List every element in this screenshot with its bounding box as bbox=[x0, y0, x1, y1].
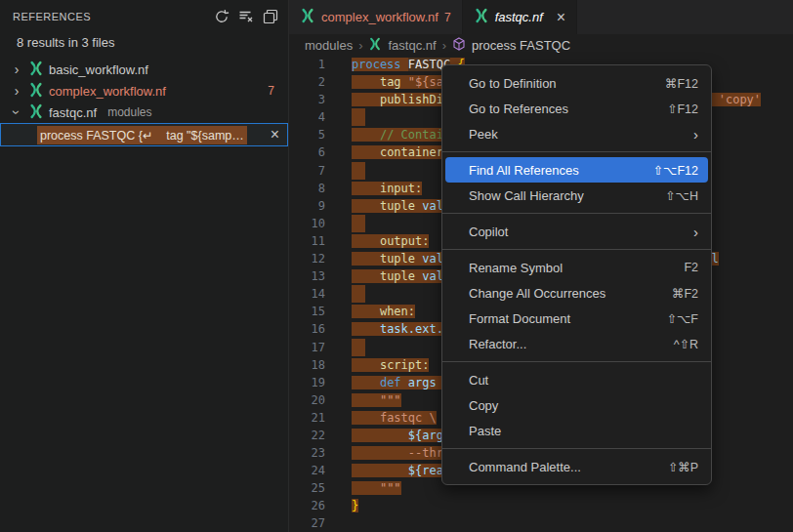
menu-separator bbox=[442, 448, 711, 449]
reference-result-row[interactable]: process FASTQC {↵ tag "${samp…× bbox=[0, 123, 288, 146]
line-number: 21 bbox=[289, 409, 352, 427]
code-token bbox=[352, 358, 380, 372]
code-token: val bbox=[422, 252, 443, 266]
code-token: args bbox=[408, 376, 437, 389]
code-token bbox=[352, 481, 380, 495]
chevron-right-icon[interactable]: › bbox=[10, 62, 23, 76]
reference-highlight bbox=[352, 215, 365, 232]
chevron-right-icon[interactable]: › bbox=[10, 84, 23, 98]
line-number: 4 bbox=[289, 108, 352, 126]
menu-item-label: Find All References bbox=[469, 163, 653, 178]
code-token bbox=[401, 58, 408, 71]
line-number: 12 bbox=[289, 250, 352, 267]
line-content: """ bbox=[352, 391, 401, 409]
menu-item-go-to-definition[interactable]: Go to Definition⌘F12 bbox=[442, 70, 711, 96]
menu-item-shortcut: ⌘F12 bbox=[665, 76, 698, 91]
code-token: when: bbox=[380, 305, 415, 318]
menu-item-label: Change All Occurrences bbox=[469, 286, 672, 301]
code-token: tag bbox=[380, 75, 401, 89]
line-number: 20 bbox=[289, 391, 352, 409]
breadcrumb-item-symbol[interactable]: process FASTQC bbox=[472, 38, 570, 53]
code-token bbox=[352, 269, 380, 283]
reference-highlight: """ bbox=[352, 393, 401, 407]
code-token: val bbox=[422, 199, 443, 213]
breadcrumb-item-file[interactable]: fastqc.nf bbox=[388, 38, 436, 53]
chevron-down-icon[interactable]: › bbox=[10, 105, 23, 119]
code-token bbox=[352, 429, 408, 442]
line-number: 26 bbox=[289, 497, 352, 514]
menu-item-peek[interactable]: Peek› bbox=[442, 121, 711, 146]
menu-item-copilot[interactable]: Copilot› bbox=[442, 219, 711, 244]
refresh-icon[interactable] bbox=[214, 9, 230, 24]
code-token: } bbox=[352, 499, 358, 512]
tree-file-row[interactable]: ›complex_workflow.nf7 bbox=[0, 80, 288, 102]
reference-highlight bbox=[352, 108, 365, 126]
code-token: """ bbox=[380, 481, 401, 495]
tree-file-row[interactable]: ›basic_workflow.nf bbox=[0, 59, 288, 80]
tab-fastqc[interactable]: fastqc.nf × bbox=[463, 0, 577, 34]
line-content bbox=[352, 215, 365, 232]
menu-item-cut[interactable]: Cut bbox=[442, 367, 711, 392]
reference-highlight bbox=[352, 162, 365, 180]
menu-item-shortcut: ⇧⌥F12 bbox=[653, 163, 698, 178]
menu-separator bbox=[442, 151, 711, 152]
line-number: 27 bbox=[289, 514, 352, 532]
menu-item-shortcut: ⌘F2 bbox=[672, 286, 698, 301]
menu-item-shortcut: ⇧F12 bbox=[667, 102, 698, 116]
reference-highlight: script: bbox=[352, 358, 429, 372]
tab-complex-workflow[interactable]: complex_workflow.nf 7 bbox=[289, 0, 463, 34]
panel-actions bbox=[214, 9, 278, 24]
code-token bbox=[352, 93, 380, 106]
dismiss-icon[interactable]: × bbox=[271, 127, 279, 143]
menu-item-label: Peek bbox=[469, 127, 693, 142]
line-content: output: bbox=[352, 232, 429, 250]
nextflow-icon bbox=[28, 82, 44, 101]
menu-item-format-document[interactable]: Format Document⇧⌥F bbox=[442, 306, 711, 331]
clear-all-icon[interactable] bbox=[238, 9, 254, 24]
close-icon[interactable]: × bbox=[557, 10, 565, 25]
line-number: 7 bbox=[289, 162, 352, 180]
code-token bbox=[401, 75, 408, 89]
tree-file-row[interactable]: ›fastqc.nfmodules bbox=[0, 102, 288, 123]
menu-item-command-palette[interactable]: Command Palette...⇧⌘P bbox=[442, 454, 711, 479]
menu-item-find-all-references[interactable]: Find All References⇧⌥F12 bbox=[445, 157, 708, 183]
code-token bbox=[352, 145, 380, 159]
problems-badge: 7 bbox=[444, 11, 451, 24]
line-number: 15 bbox=[289, 303, 352, 320]
nextflow-icon bbox=[28, 61, 44, 79]
menu-item-go-to-references[interactable]: Go to References⇧F12 bbox=[442, 96, 711, 121]
line-content: """ bbox=[352, 479, 401, 497]
code-token bbox=[352, 252, 380, 266]
file-label: basic_workflow.nf bbox=[49, 62, 148, 77]
breadcrumb-item-modules[interactable]: modules bbox=[305, 38, 353, 53]
menu-item-label: Command Palette... bbox=[469, 460, 668, 474]
code-token bbox=[352, 393, 380, 407]
code-token: output: bbox=[380, 234, 430, 248]
code-token: container bbox=[380, 145, 443, 159]
collapse-all-icon[interactable] bbox=[263, 9, 278, 24]
line-number: 18 bbox=[289, 356, 352, 374]
code-token bbox=[352, 464, 408, 477]
line-content bbox=[352, 162, 365, 180]
code-token: input: bbox=[380, 182, 422, 195]
line-content bbox=[352, 108, 365, 126]
results-summary: 8 results in 3 files bbox=[0, 32, 288, 59]
menu-item-label: Copilot bbox=[469, 225, 693, 239]
menu-item-paste[interactable]: Paste bbox=[442, 418, 711, 443]
code-token bbox=[352, 305, 380, 318]
menu-separator bbox=[442, 249, 711, 250]
menu-item-show-call-hierarchy[interactable]: Show Call Hierarchy⇧⌥H bbox=[442, 183, 711, 208]
line-number: 24 bbox=[289, 462, 352, 479]
chevron-right-icon: › bbox=[358, 38, 362, 53]
line-content: input: bbox=[352, 180, 422, 197]
menu-item-rename-symbol[interactable]: Rename SymbolF2 bbox=[442, 255, 711, 280]
vscode-window: REFERENCES 8 results in 3 files ›basic_w… bbox=[0, 0, 793, 532]
menu-item-copy[interactable]: Copy bbox=[442, 392, 711, 418]
menu-item-shortcut: ^⇧R bbox=[674, 337, 698, 351]
menu-item-change-all-occurrences[interactable]: Change All Occurrences⌘F2 bbox=[442, 280, 711, 306]
menu-item-label: Rename Symbol bbox=[469, 261, 684, 275]
menu-separator bbox=[442, 361, 711, 362]
menu-separator bbox=[442, 213, 711, 214]
menu-item-refactor[interactable]: Refactor...^⇧R bbox=[442, 331, 711, 356]
submenu-arrow-icon: › bbox=[693, 224, 698, 240]
